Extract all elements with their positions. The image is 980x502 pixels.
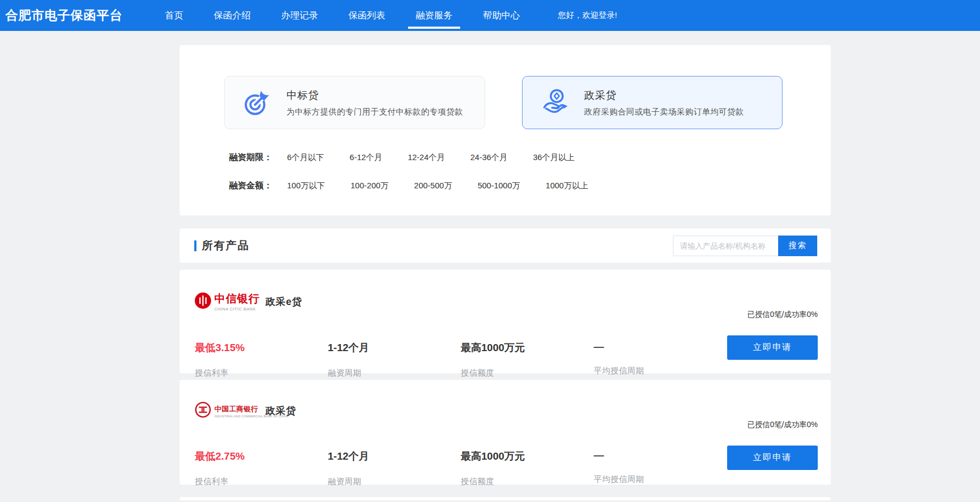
bank-name: 中信银行: [214, 291, 260, 306]
filter-panel: 中标贷 为中标方提供的专门用于支付中标款的专项贷款 政采贷 政府: [180, 45, 831, 215]
apply-now-button[interactable]: 立即申请: [727, 446, 818, 470]
filter-label-term: 融资期限：: [229, 152, 272, 163]
stat-label: 授信额度: [461, 368, 594, 378]
nav-item-guarantee-intro[interactable]: 保函介绍: [214, 0, 251, 31]
stat-value: 最高1000万元: [461, 341, 594, 355]
stat-value: 最低3.15%: [195, 341, 328, 355]
stat-value: —: [594, 341, 727, 353]
filter-option-term-3[interactable]: 12-24个月: [408, 152, 444, 163]
filter-option-term-5[interactable]: 36个月以上: [533, 152, 575, 163]
credit-success-summary: 已授信0笔/成功率0%: [747, 420, 818, 430]
product-card-icbc: 中国工商银行 INDUSTRIAL AND COMMERCIAL BANK OF…: [180, 380, 831, 485]
product-stats: 最低3.15% 授信利率 1-12个月 融资周期 最高1000万元 授信额度 —…: [195, 341, 818, 378]
nav-item-home[interactable]: 首页: [165, 0, 183, 31]
stat-label: 融资周期: [328, 476, 461, 487]
loan-type-cards: 中标贷 为中标方提供的专门用于支付中标款的专项贷款 政采贷 政府: [224, 76, 782, 129]
stat-label: 授信利率: [195, 368, 328, 378]
hand-coin-icon: [540, 88, 570, 117]
bank-caption: CHINA CITIC BANK: [214, 307, 260, 312]
brand-title: 合肥市电子保函平台: [5, 7, 123, 24]
filter-row-amount: 融资金额： 100万以下 100-200万 200-500万 500-1000万…: [229, 180, 782, 192]
product-card-partial: [180, 497, 831, 500]
main-content: 中标贷 为中标方提供的专门用于支付中标款的专项贷款 政采贷 政府: [180, 45, 831, 500]
filter-options-term: 6个月以下 6-12个月 12-24个月 24-36个月 36个月以上: [287, 152, 575, 163]
loan-type-name: 中标贷: [287, 88, 463, 103]
product-header: 中国工商银行 INDUSTRIAL AND COMMERCIAL BANK OF…: [195, 402, 818, 420]
stat-financing-period: 1-12个月 融资周期: [328, 341, 461, 378]
filter-options-amount: 100万以下 100-200万 200-500万 500-1000万 1000万…: [287, 181, 588, 191]
target-dart-icon: [243, 88, 272, 117]
stat-value: 1-12个月: [328, 449, 461, 463]
stat-value: 最高1000万元: [461, 449, 594, 463]
card-right: 已授信0笔/成功率0% 立即申请: [727, 420, 818, 470]
login-welcome-link[interactable]: 您好，欢迎登录!: [558, 10, 617, 21]
stat-value: 1-12个月: [328, 341, 461, 355]
filter-option-amount-2[interactable]: 100-200万: [351, 181, 389, 191]
icbc-bank-logo: 中国工商银行 INDUSTRIAL AND COMMERCIAL BANK OF…: [195, 402, 265, 420]
stat-label: 授信利率: [195, 476, 328, 487]
loan-type-desc: 政府采购合同或电子卖场采购订单均可贷款: [584, 107, 744, 117]
stat-label: 授信额度: [461, 476, 594, 487]
citic-bank-logo: 中信银行 CHINA CITIC BANK: [195, 291, 265, 312]
nav-item-guarantee-list[interactable]: 保函列表: [348, 0, 385, 31]
stat-credit-limit: 最高1000万元 授信额度: [461, 341, 594, 378]
loan-type-card-gov-procurement-loan[interactable]: 政采贷 政府采购合同或电子卖场采购订单均可贷款: [522, 76, 783, 129]
search-input[interactable]: [673, 236, 778, 256]
stat-label: 平均授信周期: [594, 366, 727, 376]
stat-value: —: [594, 449, 727, 461]
filter-option-amount-3[interactable]: 200-500万: [414, 181, 452, 191]
bank-text: 中信银行 CHINA CITIC BANK: [214, 291, 260, 312]
credit-success-summary: 已授信0笔/成功率0%: [747, 310, 818, 320]
nav-item-records[interactable]: 办理记录: [281, 0, 318, 31]
filter-option-term-2[interactable]: 6-12个月: [349, 152, 382, 163]
product-header: 中信银行 CHINA CITIC BANK 政采e贷: [195, 291, 818, 312]
apply-now-button[interactable]: 立即申请: [727, 335, 818, 360]
product-name: 政采e贷: [265, 295, 302, 308]
stat-label: 融资周期: [328, 368, 461, 378]
stat-credit-limit: 最高1000万元 授信额度: [461, 449, 594, 487]
filter-rows: 融资期限： 6个月以下 6-12个月 12-24个月 24-36个月 36个月以…: [229, 152, 782, 192]
filter-option-term-1[interactable]: 6个月以下: [287, 152, 324, 163]
filter-option-amount-1[interactable]: 100万以下: [287, 181, 325, 191]
product-stats: 最低2.75% 授信利率 1-12个月 融资周期 最高1000万元 授信额度 —…: [195, 449, 818, 487]
stat-credit-rate: 最低3.15% 授信利率: [195, 341, 328, 378]
section-title: 所有产品: [202, 238, 250, 253]
search-button[interactable]: 搜索: [778, 236, 817, 256]
filter-label-amount: 融资金额：: [229, 180, 272, 192]
loan-type-card-bid-loan[interactable]: 中标贷 为中标方提供的专门用于支付中标款的专项贷款: [224, 76, 485, 129]
stat-value: 最低2.75%: [195, 449, 328, 463]
section-title-wrap: 所有产品: [194, 238, 250, 253]
loan-type-text: 政采贷 政府采购合同或电子卖场采购订单均可贷款: [584, 88, 744, 117]
search-bar: 搜索: [673, 236, 817, 256]
card-right: 已授信0笔/成功率0% 立即申请: [727, 310, 818, 360]
icbc-bank-icon: [195, 402, 211, 420]
filter-row-term: 融资期限： 6个月以下 6-12个月 12-24个月 24-36个月 36个月以…: [229, 152, 782, 163]
nav-item-financing-services[interactable]: 融资服务: [416, 0, 453, 31]
stat-credit-rate: 最低2.75% 授信利率: [195, 449, 328, 487]
top-nav: 合肥市电子保函平台 首页 保函介绍 办理记录 保函列表 融资服务 帮助中心 您好…: [0, 0, 980, 31]
stat-label: 平均授信周期: [594, 474, 727, 485]
filter-option-amount-5[interactable]: 1000万以上: [546, 181, 588, 191]
products-section-header: 所有产品 搜索: [180, 228, 831, 263]
stat-financing-period: 1-12个月 融资周期: [328, 449, 461, 487]
section-marker: [194, 240, 196, 251]
product-card-citic: 中信银行 CHINA CITIC BANK 政采e贷 最低3.15% 授信利率 …: [180, 270, 831, 373]
stat-avg-credit-cycle: — 平均授信周期: [594, 341, 727, 378]
nav-menu: 首页 保函介绍 办理记录 保函列表 融资服务 帮助中心: [165, 0, 520, 31]
nav-item-help-center[interactable]: 帮助中心: [483, 0, 520, 31]
loan-type-text: 中标贷 为中标方提供的专门用于支付中标款的专项贷款: [287, 88, 463, 117]
product-name: 政采贷: [265, 404, 296, 417]
filter-option-amount-4[interactable]: 500-1000万: [478, 181, 520, 191]
citic-bank-icon: [195, 293, 211, 311]
loan-type-desc: 为中标方提供的专门用于支付中标款的专项贷款: [287, 107, 463, 117]
filter-option-term-4[interactable]: 24-36个月: [470, 152, 507, 163]
loan-type-name: 政采贷: [584, 88, 744, 103]
stat-avg-credit-cycle: — 平均授信周期: [594, 449, 727, 487]
